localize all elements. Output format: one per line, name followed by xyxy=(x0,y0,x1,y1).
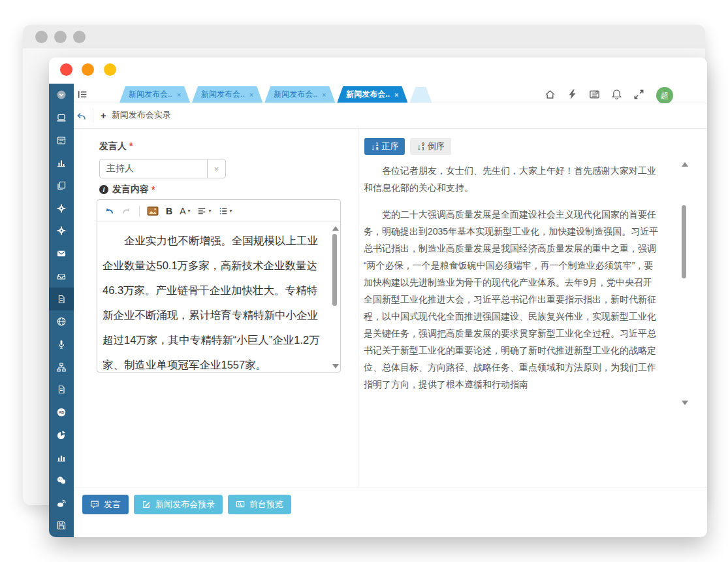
breadcrumb-separator xyxy=(93,108,93,123)
collapse-menu-icon[interactable] xyxy=(77,89,88,100)
tab-press-conference-2[interactable]: 新闻发布会..× xyxy=(192,86,262,103)
page-title: 新闻发布会实录 xyxy=(112,109,171,121)
tab-close-icon[interactable]: × xyxy=(249,91,253,99)
footer-actions: 发言 新闻发布会预录 前台预览 xyxy=(82,495,291,514)
speaker-clear-button[interactable]: × xyxy=(207,159,226,178)
font-color-button[interactable]: A▾ xyxy=(180,206,190,216)
font-glyph: A xyxy=(180,206,185,216)
sidebar-item-press-record[interactable] xyxy=(49,288,74,310)
tab-close-icon[interactable]: × xyxy=(394,91,398,99)
scroll-down-icon[interactable] xyxy=(682,401,688,405)
sidebar-item-structure[interactable] xyxy=(49,355,74,378)
back-arrow-icon[interactable] xyxy=(76,110,87,122)
image-icon[interactable] xyxy=(147,207,159,216)
bold-button[interactable]: B xyxy=(166,206,172,216)
sidebar-item-pie-report[interactable] xyxy=(49,423,74,446)
sort-desc-label: 倒序 xyxy=(428,140,445,152)
speaker-input[interactable]: 主持人 xyxy=(99,159,208,178)
tab-bar: 新闻发布会..× 新闻发布会..× 新闻发布会..× 新闻发布会..× xyxy=(119,86,432,103)
sidebar-item-collapse[interactable] xyxy=(49,84,74,107)
transcript-scrollbar[interactable] xyxy=(680,162,688,405)
press-prerecord-label: 新闻发布会预录 xyxy=(155,499,215,510)
align-button[interactable]: ▾ xyxy=(197,207,211,216)
editor-content[interactable]: 企业实力也不断增强。全国规模以上工业企业数量达50.1万多家，高新技术企业数量达… xyxy=(97,222,340,372)
sidebar-item-ads[interactable]: AD xyxy=(49,401,74,424)
window-dot-icon xyxy=(54,31,67,43)
speaker-label: 发言人* xyxy=(99,140,133,152)
scroll-up-icon[interactable] xyxy=(682,162,688,167)
tab-press-conference-3[interactable]: 新闻发布会..× xyxy=(264,86,335,103)
chevron-down-icon: ▾ xyxy=(208,208,211,214)
editor-paragraph: 企业实力也不断增强。全国规模以上工业企业数量达50.1万多家，高新技术企业数量达… xyxy=(103,228,323,372)
tab-close-icon[interactable]: × xyxy=(322,91,326,99)
sidebar-item-articles[interactable] xyxy=(49,378,74,401)
chevron-down-circle-icon xyxy=(56,90,67,100)
sort-asc-icon: ↓19 xyxy=(371,142,378,151)
sidebar-item-news[interactable] xyxy=(49,129,74,152)
align-left-icon xyxy=(197,207,206,216)
sidebar-item-statistics[interactable] xyxy=(49,152,74,174)
press-prerecord-button[interactable]: 新闻发布会预录 xyxy=(134,495,223,514)
avatar[interactable]: 超 xyxy=(656,87,673,104)
wechat-icon xyxy=(56,475,67,486)
transcript-panel[interactable]: 各位记者朋友，女士们、先生们，大家上午好！首先感谢大家对工业和信息化部的关心和支… xyxy=(364,162,661,408)
bolt-icon[interactable] xyxy=(567,89,578,100)
preview-icon xyxy=(236,500,245,509)
tab-label: 新闻发布会.. xyxy=(346,89,390,100)
list-button[interactable]: ▾ xyxy=(219,207,232,216)
speak-button[interactable]: 发言 xyxy=(82,495,129,514)
scrollbar-thumb[interactable] xyxy=(682,205,686,278)
tab-close-icon[interactable]: × xyxy=(177,91,181,99)
info-icon: i xyxy=(99,185,108,194)
zoom-window-button[interactable] xyxy=(104,63,116,76)
scroll-down-icon[interactable] xyxy=(332,364,339,369)
content-label-row: i 发言内容 * xyxy=(99,184,155,195)
bell-icon[interactable] xyxy=(611,89,622,100)
speak-button-label: 发言 xyxy=(104,499,121,510)
sidebar-item-dashboard[interactable] xyxy=(49,107,74,129)
sidebar-item-config[interactable] xyxy=(49,220,74,242)
window-dot-icon xyxy=(73,31,86,43)
sidebar-item-column-report[interactable] xyxy=(49,446,74,469)
sidebar-item-website[interactable] xyxy=(49,310,74,333)
sidebar-item-weibo[interactable] xyxy=(49,491,74,514)
sidebar-item-inbox[interactable] xyxy=(49,265,74,288)
fullscreen-icon[interactable] xyxy=(633,89,644,100)
redo-icon[interactable] xyxy=(121,206,132,216)
scroll-up-icon[interactable] xyxy=(332,226,339,231)
frontend-preview-button[interactable]: 前台预览 xyxy=(228,495,291,514)
tab-press-conference-4-active[interactable]: 新闻发布会..× xyxy=(337,86,407,103)
inbox-icon xyxy=(56,271,67,282)
sidebar-item-wechat[interactable] xyxy=(49,469,74,492)
bar-chart-icon xyxy=(56,157,67,168)
minimize-window-button[interactable] xyxy=(82,63,94,76)
speaker-value: 主持人 xyxy=(106,163,134,174)
scrollbar-thumb[interactable] xyxy=(332,234,337,306)
microphone-icon xyxy=(56,339,67,350)
sidebar-item-interview[interactable] xyxy=(49,333,74,356)
sort-controls: ↓19 正序 ↓91 倒序 xyxy=(364,138,451,155)
pie-chart-icon xyxy=(56,430,67,440)
calendar-icon xyxy=(56,135,67,146)
column-chart-icon xyxy=(56,452,67,463)
sidebar-nav: AD xyxy=(49,84,74,537)
home-icon[interactable] xyxy=(545,89,556,100)
sidebar-item-settings[interactable] xyxy=(49,197,74,220)
footer-divider xyxy=(74,487,707,488)
gear-icon xyxy=(56,203,67,214)
news-audit-icon[interactable] xyxy=(589,89,600,100)
tab-label: 新闻发布会.. xyxy=(201,89,245,100)
sidebar-item-save[interactable] xyxy=(49,514,74,537)
required-mark: * xyxy=(129,140,133,151)
editor-toolbar: B A▾ ▾ ▾ xyxy=(97,200,340,222)
breadcrumb: + 新闻发布会实录 xyxy=(101,109,171,121)
sort-ascending-button[interactable]: ↓19 正序 xyxy=(364,138,405,155)
close-window-button[interactable] xyxy=(60,63,72,76)
save-icon xyxy=(56,520,67,531)
editor-scrollbar[interactable] xyxy=(331,226,339,369)
undo-icon[interactable] xyxy=(104,206,114,216)
sidebar-item-mail[interactable] xyxy=(49,242,74,265)
sidebar-item-copy[interactable] xyxy=(49,174,74,197)
sort-descending-button[interactable]: ↓91 倒序 xyxy=(410,138,451,155)
tab-press-conference-1[interactable]: 新闻发布会..× xyxy=(119,86,190,103)
